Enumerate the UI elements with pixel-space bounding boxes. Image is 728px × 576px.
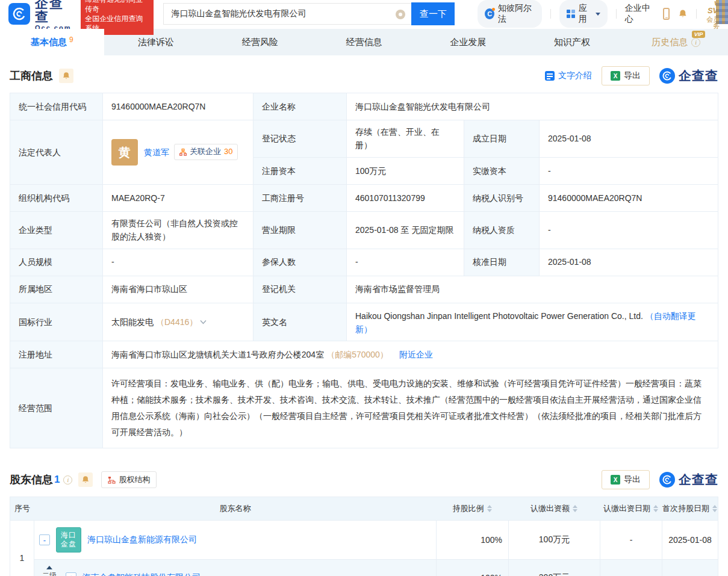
taxpayer-id-value: 91460000MAEA20RQ7N (540, 185, 718, 212)
approval-date-label: 核准日期 (464, 249, 540, 276)
address-label: 注册地址 (10, 341, 103, 368)
export-button[interactable]: X 导出 (602, 66, 650, 85)
text-intro-label: 文字介绍 (558, 70, 592, 81)
industry-code: （D4416） (156, 315, 198, 329)
company-tabbar: 基本信息 9 法律诉讼 经营风险 经营信息 企业发展 知识产权 VIP 历史信息… (0, 29, 728, 55)
divider (696, 9, 697, 19)
collapse-triangle-icon[interactable] (46, 566, 52, 569)
legal-rep-cell: 黄 黄道军 关联企业 30 (103, 120, 254, 185)
industry-cell: 太阳能发电 （D4416） (103, 303, 254, 342)
tab-risk-label: 经营风险 (242, 37, 278, 48)
excel-icon: X (611, 71, 620, 81)
info-icon[interactable]: i (63, 475, 72, 485)
staff-size-label: 人员规模 (10, 249, 103, 276)
sort-icon[interactable] (712, 505, 717, 512)
search-input[interactable] (164, 4, 411, 24)
equity-structure-label: 股权结构 (119, 474, 150, 485)
monitor-bell-icon[interactable] (78, 472, 93, 487)
tab-risk[interactable]: 经营风险 (208, 29, 312, 55)
staff-size-value: - (103, 249, 254, 276)
tab-basic-info[interactable]: 基本信息 9 (0, 29, 104, 55)
legal-rep-label: 法定代表人 (10, 120, 103, 185)
text-intro-button[interactable]: 文字介绍 (545, 70, 592, 81)
tab-development[interactable]: 企业发展 (416, 29, 520, 55)
collapse-button[interactable]: - (39, 534, 50, 545)
qcc-watermark-logo: 企查查 (659, 471, 718, 488)
shareholder-ratio: 100% (436, 560, 508, 576)
taxpayer-qual-label: 纳税人资质 (464, 212, 540, 249)
shareholder-first-date: 2025-01-08 (662, 521, 718, 559)
tab-legal[interactable]: 法律诉讼 (104, 29, 208, 55)
top-header: 企查查 Qcc.com 缔造有远见的商业传奇 全国企业信用查询系统 查一下 C … (0, 0, 728, 28)
tab-ip[interactable]: 知识产权 (520, 29, 624, 55)
search-button[interactable]: 查一下 (411, 2, 455, 25)
address-cell: 海南省海口市琼山区龙塘镇机关大道1号政府办公楼204室 （邮编570000） 附… (103, 341, 718, 368)
shareholder-row-group: 1 - 海口 金盘 海口琼山金盘新能源有限公司 100% 100万元 - 202… (10, 520, 718, 576)
org-code-label: 组织机构代码 (10, 185, 103, 212)
tab-operation[interactable]: 经营信息 (312, 29, 416, 55)
enterprise-center-link[interactable]: 企业中心 (625, 3, 655, 25)
shareholder-subrow: 二级 股东 + 海南金盘智能科技股份有限公司 100% 300万元 - (34, 559, 718, 576)
equity-structure-button[interactable]: 股权结构 (101, 471, 157, 488)
english-name-value: Haikou Qiongshan Jinpan Intelligent Phot… (355, 311, 643, 321)
shareholder-title: 股东信息 (10, 472, 53, 487)
establish-date-label: 成立日期 (464, 120, 540, 158)
company-type-label: 企业类型 (10, 212, 103, 249)
apps-menu[interactable]: 应用 (559, 0, 608, 28)
related-companies-badge[interactable]: 关联企业 30 (174, 144, 238, 160)
mobile-app-icon[interactable] (663, 8, 670, 20)
reg-capital-label: 注册资本 (254, 158, 347, 185)
search-box (163, 3, 411, 25)
text-doc-icon (545, 71, 555, 81)
establish-date-value: 2025-01-08 (540, 120, 718, 158)
col-amount: 认缴出资额 (508, 503, 600, 514)
qcc-watermark-logo: 企查查 (659, 67, 718, 84)
shareholder-count: 1 (54, 474, 60, 486)
slogan-line1: 缔造有远见的商业传奇 (85, 0, 149, 14)
col-date: 认缴出资日期 (600, 503, 662, 514)
apps-grid-icon (567, 10, 575, 18)
tier-label: 二级 股东 (39, 566, 60, 576)
zhibi-alpha-link[interactable]: C 知彼阿尔法 (478, 0, 541, 28)
qcc-brand-icon (659, 472, 675, 488)
shareholder-logo: 海口 金盘 (56, 527, 81, 553)
insured-label: 参保人数 (254, 249, 347, 276)
qcc-logo-icon (8, 3, 30, 25)
zhibi-alpha-icon: C (485, 8, 494, 19)
monitor-bell-icon[interactable] (59, 69, 73, 83)
expand-button[interactable]: + (66, 572, 76, 576)
shareholder-name-link[interactable]: 海口琼山金盘新能源有限公司 (87, 534, 197, 545)
notification-bell-icon[interactable] (678, 8, 688, 19)
col-index: 序号 (10, 503, 34, 514)
shareholder-name-link[interactable]: 海南金盘智能科技股份有限公司 (82, 572, 201, 576)
legal-rep-name-link[interactable]: 黄道军 (144, 146, 169, 159)
col-first-date-label: 首次持股日期 (662, 503, 709, 514)
sort-icon[interactable] (573, 505, 577, 512)
export-label: 导出 (624, 70, 641, 81)
region-value: 海南省海口市琼山区 (103, 276, 254, 303)
tab-history[interactable]: VIP 历史信息 i (624, 29, 728, 55)
reg-status-value: 存续（在营、开业、在册） (347, 120, 464, 158)
credit-code-value: 91460000MAEA20RQ7N (103, 93, 254, 120)
reg-status-label: 登记状态 (254, 120, 347, 158)
org-chart-icon (179, 149, 187, 156)
sort-icon[interactable] (653, 505, 658, 512)
industry-label: 国标行业 (10, 303, 103, 342)
export-button[interactable]: X 导出 (602, 470, 650, 489)
info-icon[interactable]: i (691, 38, 700, 47)
user-avatar[interactable] (716, 0, 728, 24)
tab-history-label: 历史信息 (652, 37, 688, 48)
industry-value: 太阳能发电 (111, 315, 154, 329)
nearby-companies-link[interactable]: 附近企业 (399, 348, 433, 361)
business-term-label: 营业期限 (254, 212, 347, 249)
biz-reg-no-label: 工商注册号 (254, 185, 347, 212)
shareholder-table: 序号 股东名称 持股比例 认缴出资额 认缴出资日期 首次持股日期 1 (10, 497, 718, 576)
sort-icon[interactable] (487, 505, 492, 512)
col-date-label: 认缴出资日期 (603, 503, 650, 514)
address-value: 海南省海口市琼山区龙塘镇机关大道1号政府办公楼204室 (111, 348, 324, 361)
chevron-down-icon (596, 13, 600, 16)
legal-rep-avatar[interactable]: 黄 (111, 139, 138, 166)
org-code-value: MAEA20RQ-7 (103, 185, 254, 212)
chevron-down-icon[interactable] (200, 320, 207, 324)
business-term-value: 2025-01-08 至 无固定期限 (347, 212, 464, 249)
